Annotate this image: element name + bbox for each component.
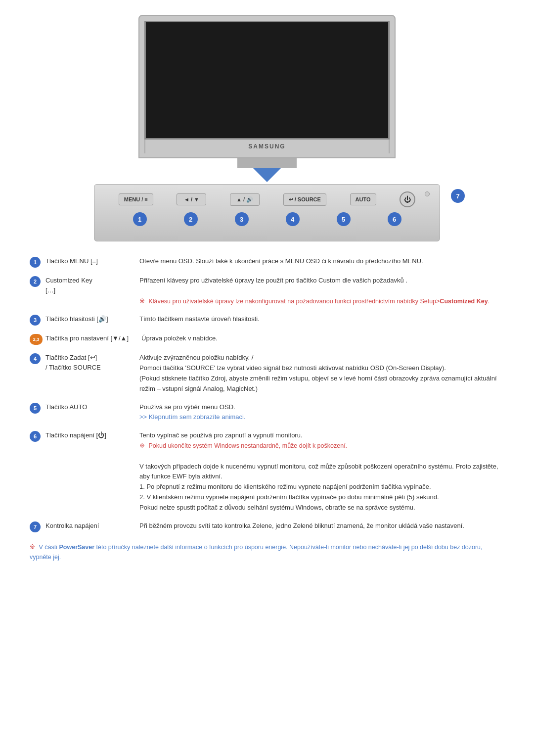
item-row-7: 7 Kontrolka napájení Při běžném provozu … — [30, 521, 504, 532]
ctrl-btn-label-5: AUTO — [350, 193, 376, 205]
monitor-arrow — [138, 168, 396, 182]
ctrl-btn-label-1: MENU / ≡ — [119, 193, 153, 205]
item-desc-2-text: Přiřazení klávesy pro uživatelské úpravy… — [139, 277, 407, 284]
badge-5: 5 — [337, 212, 351, 226]
item-desc-1: Otevře menu OSD. Slouží také k ukončení … — [139, 256, 504, 267]
ctrl-btn-label-3: ▲ / 🔊 — [230, 193, 260, 206]
item-row-1: 1 Tlačítko MENU [≡] Otevře menu OSD. Slo… — [30, 256, 504, 268]
note-symbol-2: ※ — [139, 298, 145, 305]
item-num-2: 2 — [30, 276, 41, 287]
control-buttons-row: MENU / ≡ ◄ / ▼ ▲ / 🔊 ↩ / SOURCE AUTO ⏻ — [109, 191, 425, 207]
ctrl-btn-5: AUTO — [350, 193, 376, 205]
number-badges-row: 1 2 3 4 5 6 — [109, 212, 425, 226]
item-6-main: Tento vypínač se používá pro zapnutí a v… — [139, 431, 303, 439]
monitor-bezel-bottom: SAMSUNG — [144, 140, 390, 153]
badge-6: 6 — [388, 212, 401, 226]
ctrl-btn-2: ◄ / ▼ — [177, 193, 206, 205]
monitor-connector — [237, 158, 297, 168]
item-desc-4: Aktivuje zvýrazněnou položku nabídky. / … — [139, 353, 504, 394]
item-desc-3: Tímto tlačítkem nastavte úroveň hlasitos… — [139, 314, 504, 325]
badge-7: 7 — [451, 189, 465, 203]
bottom-note-text: V části PowerSaver této příručky nalezne… — [30, 544, 483, 561]
item-num-23-combo: 2,3 — [30, 333, 43, 345]
badge-2: 2 — [184, 212, 198, 226]
note-symbol-6: ※ — [139, 442, 145, 449]
item-row-3: 3 Tlačítko hlasitosti [🔊] Tímto tlačítke… — [30, 314, 504, 326]
control-panel: MENU / ≡ ◄ / ▼ ▲ / 🔊 ↩ / SOURCE AUTO ⏻ — [94, 184, 440, 241]
power-dot — [425, 191, 430, 196]
ctrl-btn-label-2: ◄ / ▼ — [177, 193, 206, 205]
ctrl-btn-6: ⏻ — [400, 191, 415, 207]
item-num-4: 4 — [30, 353, 41, 364]
power-button-icon: ⏻ — [400, 191, 415, 207]
arrow-down-icon — [253, 168, 281, 182]
item-row-2: 2 Customized Key[…] Přiřazení klávesy pr… — [30, 276, 504, 306]
item-2-note: ※ Klávesu pro uživatelské úpravy lze nak… — [139, 298, 490, 305]
powersaver-link: PowerSaver — [59, 544, 94, 551]
item-num-1: 1 — [30, 257, 41, 268]
item-5-link[interactable]: >> Klepnutím sem zobrazíte animaci. — [139, 413, 246, 421]
item-label-3: Tlačítko hlasitosti [🔊] — [41, 314, 139, 324]
item-desc-6: Tento vypínač se používá pro zapnutí a v… — [139, 430, 504, 513]
ctrl-btn-label-4: ↩ / SOURCE — [283, 193, 326, 206]
bottom-note: ※ V části PowerSaver této příručky nalez… — [30, 542, 504, 562]
samsung-label: SAMSUNG — [248, 143, 285, 150]
monitor-screen — [144, 21, 390, 140]
monitor-body: SAMSUNG — [138, 15, 396, 158]
item-desc-5: Používá se pro výběr menu OSD. >> Klepnu… — [139, 402, 504, 423]
badge-4: 4 — [286, 212, 300, 226]
item-label-5: Tlačítko AUTO — [41, 402, 139, 412]
item-5-main: Používá se pro výběr menu OSD. — [139, 403, 235, 411]
item-label-1: Tlačítko MENU [≡] — [41, 256, 139, 266]
item-num-7: 7 — [30, 521, 41, 532]
item-num-23: 2,3 — [30, 334, 43, 345]
item-num-3: 3 — [30, 315, 41, 326]
item-label-7: Kontrolka napájení — [41, 521, 139, 531]
item-label-4: Tlačítko Zadat [↩]/ Tlačítko SOURCE — [41, 353, 139, 372]
item-row-5: 5 Tlačítko AUTO Používá se pro výběr men… — [30, 402, 504, 423]
item-desc-23: Úprava položek v nabídce. — [141, 333, 504, 344]
item-6-note: ※ Pokud ukončíte systém Windows nestanda… — [139, 442, 347, 449]
badge-1: 1 — [133, 212, 147, 226]
item-6-desc2: V takových případech dojde k nucenému vy… — [139, 463, 498, 511]
item-row-6: 6 Tlačítko napájení [⏻] Tento vypínač se… — [30, 430, 504, 513]
item-desc-2: Přiřazení klávesy pro uživatelské úpravy… — [139, 276, 504, 306]
content-section: 1 Tlačítko MENU [≡] Otevře menu OSD. Slo… — [30, 256, 504, 562]
badge-3: 3 — [235, 212, 249, 226]
ctrl-btn-4: ↩ / SOURCE — [283, 193, 326, 206]
page: SAMSUNG MENU / ≡ ◄ / ▼ ▲ / 🔊 — [0, 0, 534, 577]
control-panel-wrap: MENU / ≡ ◄ / ▼ ▲ / 🔊 ↩ / SOURCE AUTO ⏻ — [30, 184, 504, 241]
item-label-23: Tlačítka pro nastavení [▼/▲] — [43, 333, 141, 343]
monitor-illustration: SAMSUNG — [30, 15, 504, 179]
monitor-wrap: SAMSUNG — [138, 15, 396, 179]
bottom-note-symbol: ※ — [30, 544, 35, 551]
item-label-2: Customized Key[…] — [41, 276, 139, 295]
item-desc-7: Při běžném provozu svítí tato kontrolka … — [139, 521, 504, 531]
item-row-23: 2,3 Tlačítka pro nastavení [▼/▲] Úprava … — [30, 333, 504, 345]
item-label-6: Tlačítko napájení [⏻] — [41, 430, 139, 440]
ctrl-btn-1: MENU / ≡ — [119, 193, 153, 205]
item-num-5: 5 — [30, 403, 41, 414]
customized-key-ref: Customized Key — [440, 298, 488, 305]
item-row-4: 4 Tlačítko Zadat [↩]/ Tlačítko SOURCE Ak… — [30, 353, 504, 394]
item-num-6: 6 — [30, 431, 41, 442]
ctrl-btn-3: ▲ / 🔊 — [230, 193, 260, 206]
